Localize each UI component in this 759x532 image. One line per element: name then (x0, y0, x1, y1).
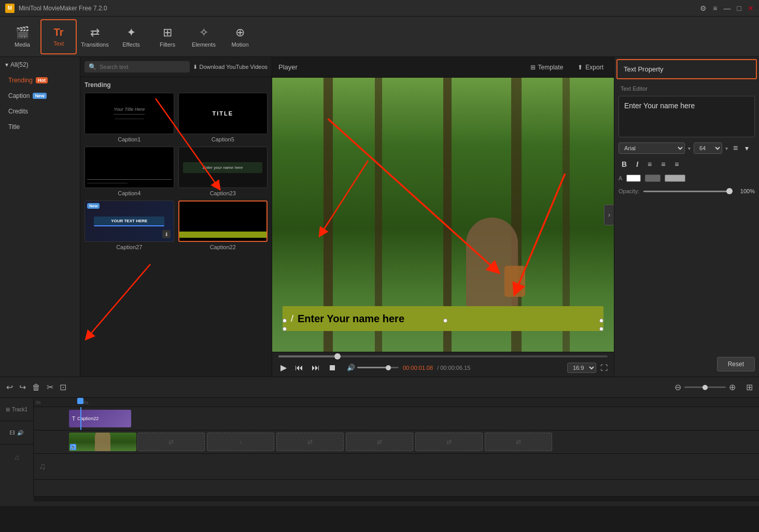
bold-button[interactable]: B (619, 159, 630, 169)
play-button[interactable]: ▶ (278, 362, 289, 373)
fullscreen-button[interactable]: ⛶ (600, 364, 608, 372)
stop-button[interactable]: ⏹ (326, 362, 339, 373)
sidebar-item-caption[interactable]: Caption New (0, 88, 80, 104)
crop-button[interactable]: ⊡ (60, 382, 66, 392)
toolbar-item-effects[interactable]: ✦ Effects (113, 19, 149, 54)
caption22-thumbnail[interactable] (178, 200, 268, 242)
zoom-thumb[interactable] (702, 385, 708, 390)
toolbar-item-elements[interactable]: ✧ Elements (186, 19, 222, 54)
player-video-area: / Enter Your name here (272, 78, 614, 352)
settings-icon[interactable]: ⚙ (700, 4, 707, 12)
caption5-thumbnail[interactable]: TITLE (178, 93, 268, 134)
list-item[interactable]: Your Title Here ———————— Caption1 (85, 93, 174, 142)
download-thumb-icon[interactable]: ⬇ (162, 230, 171, 238)
timeline-slot[interactable]: ⇄ (137, 433, 205, 451)
line-spacing-button[interactable]: ≡ (731, 142, 740, 154)
font-size-select[interactable]: 64 48 32 (694, 142, 722, 154)
caption23-thumbnail[interactable]: Enter your name here (178, 147, 268, 188)
video-clip[interactable]: ✂ 🔊 (69, 433, 136, 451)
text-editor-area[interactable]: Enter Your name here (619, 96, 755, 137)
titlebar: M MiniTool MovieMaker Free 7.2.0 ⚙ ≡ — □… (0, 0, 759, 17)
caption1-thumbnail[interactable]: Your Title Here ———————— (85, 93, 174, 134)
download-youtube-button[interactable]: ⬇ Download YouTube Videos (193, 64, 268, 70)
prev-frame-button[interactable]: ⏮ (293, 362, 305, 373)
video-thumb-person (95, 433, 110, 451)
toolbar-item-transitions[interactable]: ⇄ Transitions (77, 19, 113, 54)
timeline-slot[interactable]: ↓ (207, 433, 274, 451)
sidebar-item-trending[interactable]: Trending Hot (0, 73, 80, 88)
close-button[interactable]: ✕ (748, 4, 754, 12)
list-item[interactable]: New YOUR TEXT HERE ⬇ Caption27 (85, 200, 174, 250)
panel-expand-button[interactable]: › (604, 205, 614, 225)
timeline-slot[interactable]: ⇄ (485, 433, 552, 451)
window-controls[interactable]: ⚙ ≡ — □ ✕ (700, 4, 754, 12)
horizontal-scrollbar[interactable] (34, 496, 759, 501)
align-right-button[interactable]: ≡ (671, 159, 682, 169)
caption27-thumbnail[interactable]: New YOUR TEXT HERE ⬇ (85, 200, 174, 242)
font-family-select[interactable]: Arial Times New Roman (619, 142, 685, 154)
list-item[interactable]: ————————————— Caption4 (85, 147, 174, 196)
opacity-slider[interactable] (643, 191, 733, 192)
timeline-slot[interactable]: ⇄ (276, 433, 344, 451)
export-button[interactable]: ⬆ Export (573, 62, 608, 73)
list-item[interactable]: Caption22 (178, 200, 268, 250)
sidebar-item-title[interactable]: Title (0, 119, 80, 135)
search-bar: 🔍 ⬇ Download YouTube Videos (80, 57, 272, 77)
delete-button[interactable]: 🗑 (32, 383, 40, 392)
toolbar-item-media[interactable]: 🎬 Media (4, 19, 40, 54)
volume-slider[interactable]: 🔊 (347, 364, 399, 371)
color-hex-input[interactable] (645, 175, 660, 182)
progress-thumb[interactable] (334, 353, 341, 360)
list-item[interactable]: TITLE Caption5 (178, 93, 268, 142)
progress-bar[interactable] (278, 355, 608, 357)
all-count-header[interactable]: ▾ All(52) (0, 57, 80, 73)
bg-color-swatch[interactable] (665, 175, 685, 182)
font-controls: Arial Times New Roman ▾ 64 48 32 ▾ ≡ ▾ (614, 139, 759, 157)
caption-overlay: / Enter Your name here (283, 306, 603, 331)
toolbar-item-filters[interactable]: ⊞ Filters (149, 19, 186, 54)
slot-icon: ⇄ (168, 438, 174, 445)
cut-button[interactable]: ✂ (47, 382, 53, 392)
resize-handle[interactable] (283, 327, 287, 331)
volume-thumb[interactable] (386, 365, 391, 370)
search-input-wrap[interactable]: 🔍 (85, 61, 190, 73)
zoom-in-button[interactable]: ⊕ (729, 382, 736, 392)
player-actions: ⊞ Template ⬆ Export (526, 62, 608, 73)
resize-handle[interactable] (599, 319, 603, 323)
undo-button[interactable]: ↩ (6, 382, 13, 392)
more-text-options-button[interactable]: ▾ (743, 143, 751, 153)
opacity-thumb[interactable] (726, 188, 733, 194)
next-frame-button[interactable]: ⏭ (310, 362, 322, 373)
timeline-slot[interactable]: ⇄ (346, 433, 413, 451)
volume-track[interactable] (357, 367, 399, 368)
italic-button[interactable]: I (633, 159, 641, 169)
reset-button[interactable]: Reset (717, 357, 755, 371)
export-icon: ⬆ (578, 64, 583, 71)
zoom-out-button[interactable]: ⊖ (674, 382, 681, 392)
add-media-button[interactable]: ⊞ (746, 382, 753, 392)
sidebar-item-credits[interactable]: Credits (0, 104, 80, 119)
track-label-video: 🎞 🔊 (0, 421, 33, 444)
resize-handle[interactable] (443, 319, 447, 323)
align-left-button[interactable]: ≡ (644, 159, 655, 169)
search-input[interactable] (100, 64, 186, 70)
right-panel: Text Property Text Editor Enter Your nam… (614, 57, 759, 377)
aspect-ratio-select[interactable]: 16:9 9:16 1:1 (567, 363, 596, 373)
maximize-button[interactable]: □ (737, 4, 741, 12)
template-button[interactable]: ⊞ Template (526, 62, 568, 73)
list-item[interactable]: Enter your name here Caption23 (178, 147, 268, 196)
zoom-track[interactable] (684, 386, 726, 388)
text-color-swatch[interactable] (626, 175, 641, 182)
text-icon: Tr (54, 26, 64, 38)
redo-button[interactable]: ↪ (19, 382, 26, 392)
resize-handle[interactable] (599, 327, 603, 331)
timeline-slot[interactable]: ⇄ (415, 433, 483, 451)
caption4-thumbnail[interactable]: ————————————— (85, 147, 174, 188)
toolbar-item-text[interactable]: Tr Text (40, 19, 77, 54)
menu-icon[interactable]: ≡ (713, 4, 717, 12)
toolbar-item-motion[interactable]: ⊕ Motion (222, 19, 258, 54)
text-clip-caption22[interactable]: T Caption22 (69, 410, 131, 427)
align-center-button[interactable]: ≡ (658, 159, 668, 169)
resize-handle[interactable] (283, 319, 287, 323)
minimize-button[interactable]: — (724, 4, 731, 12)
